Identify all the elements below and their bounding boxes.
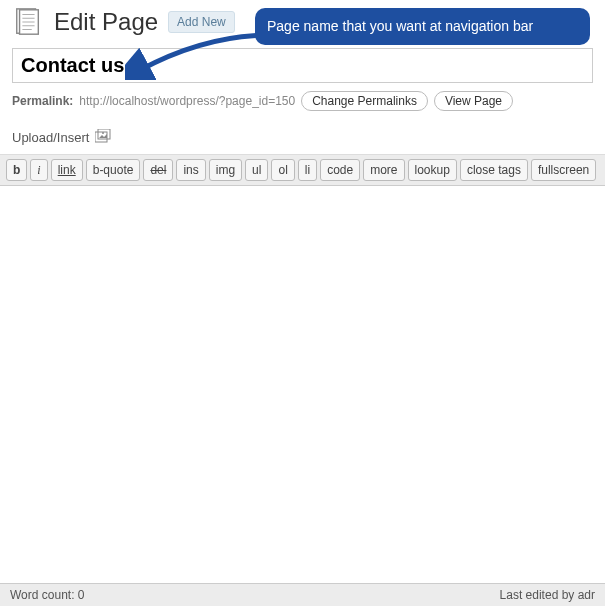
toolbar-btn-italic[interactable]: i — [30, 159, 47, 181]
toolbar-btn-li[interactable]: li — [298, 159, 317, 181]
add-new-button[interactable]: Add New — [168, 11, 235, 33]
view-page-button[interactable]: View Page — [434, 91, 513, 111]
toolbar-btn-more[interactable]: more — [363, 159, 404, 181]
editor-footer: Word count: 0 Last edited by adr — [0, 583, 605, 606]
last-edited: Last edited by adr — [500, 588, 595, 602]
editor-toolbar: b i link b-quote del ins img ul ol li co… — [0, 155, 605, 186]
toolbar-btn-lookup[interactable]: lookup — [408, 159, 457, 181]
page-title: Edit Page — [54, 8, 158, 36]
toolbar-btn-bold[interactable]: b — [6, 159, 27, 181]
toolbar-btn-img[interactable]: img — [209, 159, 242, 181]
permalink-label: Permalink: — [12, 94, 73, 108]
toolbar-btn-ul[interactable]: ul — [245, 159, 268, 181]
svg-point-9 — [102, 132, 104, 134]
toolbar-btn-ol[interactable]: ol — [271, 159, 294, 181]
word-count: Word count: 0 — [10, 588, 84, 602]
media-upload-icon[interactable] — [95, 129, 111, 146]
toolbar-btn-code[interactable]: code — [320, 159, 360, 181]
toolbar-btn-closetags[interactable]: close tags — [460, 159, 528, 181]
page-title-input[interactable] — [13, 49, 592, 82]
toolbar-btn-fullscreen[interactable]: fullscreen — [531, 159, 596, 181]
permalink-url: http://localhost/wordpress/?page_id=150 — [79, 94, 295, 108]
change-permalinks-button[interactable]: Change Permalinks — [301, 91, 428, 111]
upload-insert-label: Upload/Insert — [12, 130, 89, 145]
toolbar-btn-del[interactable]: del — [143, 159, 173, 181]
toolbar-btn-ins[interactable]: ins — [176, 159, 205, 181]
annotation-text: Page name that you want at navigation ba… — [267, 18, 578, 35]
annotation-callout: Page name that you want at navigation ba… — [255, 8, 590, 45]
title-input-container — [12, 48, 593, 83]
toolbar-btn-bquote[interactable]: b-quote — [86, 159, 141, 181]
content-editor[interactable] — [0, 186, 605, 576]
page-icon — [12, 6, 44, 38]
toolbar-btn-link[interactable]: link — [51, 159, 83, 181]
